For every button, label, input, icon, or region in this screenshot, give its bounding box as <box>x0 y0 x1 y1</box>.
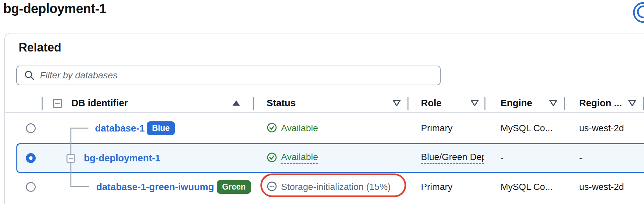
filter-dropdown-icon[interactable] <box>628 99 637 107</box>
row-radio-database-1[interactable] <box>26 123 36 133</box>
db-link-bg-deployment-1[interactable]: bg-deployment-1 <box>84 153 161 163</box>
column-divider <box>407 97 408 110</box>
tree-connector <box>70 173 71 187</box>
minus-icon <box>69 158 73 159</box>
status-cell: Storage-initialization (15%) <box>267 181 391 193</box>
tree-connector <box>70 143 71 154</box>
status-text: Available <box>281 123 318 133</box>
column-header-region[interactable]: Region ... <box>579 98 622 109</box>
radio-dot <box>29 156 33 160</box>
status-cell: Available <box>267 152 318 164</box>
refresh-icon <box>631 22 644 27</box>
engine-cell: - <box>501 153 503 163</box>
filter-databases-input[interactable] <box>40 67 426 84</box>
engine-cell: MySQL Co... <box>501 123 553 133</box>
status-in-progress-icon <box>267 181 277 193</box>
column-divider <box>253 97 254 110</box>
tree-connector <box>70 186 89 187</box>
status-cell: Available <box>267 122 318 134</box>
tree-connector <box>70 128 88 129</box>
engine-cell: MySQL Co... <box>501 182 553 192</box>
region-cell: us-west-2d <box>579 123 624 133</box>
status-available-icon <box>267 152 277 164</box>
region-cell: us-west-2d <box>579 182 624 192</box>
minus-icon <box>55 103 60 104</box>
filter-dropdown-icon[interactable] <box>392 99 401 107</box>
collapse-all-toggle[interactable] <box>53 99 62 108</box>
tree-connector <box>70 128 71 143</box>
refresh-button[interactable] <box>631 1 644 26</box>
column-divider <box>484 97 485 110</box>
status-available-icon <box>267 122 277 134</box>
filter-databases-box[interactable] <box>16 66 441 85</box>
column-divider <box>42 97 43 110</box>
role-popover-trigger[interactable]: Blue/Green Dep <box>421 152 484 164</box>
row-radio-database-1-green[interactable] <box>26 182 36 192</box>
status-text: Storage-initialization (15%) <box>281 182 391 192</box>
column-header-db-identifier[interactable]: DB identifier <box>71 98 128 109</box>
filter-dropdown-icon[interactable] <box>470 99 479 107</box>
panel-heading: Related <box>19 41 61 54</box>
sort-asc-icon[interactable] <box>232 99 240 107</box>
status-text-popover-trigger[interactable]: Available <box>281 152 318 164</box>
db-link-database-1-green[interactable]: database-1-green-iwuumg <box>96 182 214 192</box>
filter-dropdown-icon[interactable] <box>549 99 558 107</box>
column-header-engine[interactable]: Engine <box>501 98 532 109</box>
related-databases-table: DB identifier Status Role Engine Region … <box>0 93 644 204</box>
search-icon <box>24 70 35 81</box>
badge-green: Green <box>217 180 251 194</box>
role-cell: Primary <box>421 182 452 192</box>
table-row-selected[interactable]: bg-deployment-1 Available Blue/Green Dep… <box>0 143 644 173</box>
region-cell: - <box>579 153 582 163</box>
column-divider <box>643 97 644 110</box>
row-radio-bg-deployment-1[interactable] <box>26 153 36 163</box>
column-divider <box>564 97 565 110</box>
column-header-status[interactable]: Status <box>267 98 296 109</box>
table-row[interactable]: database-1 Blue Available Primary MySQL … <box>0 113 644 143</box>
table-header-row: DB identifier Status Role Engine Region … <box>5 93 644 113</box>
badge-blue: Blue <box>147 121 175 135</box>
page-title: bg-deployment-1 <box>3 1 106 16</box>
column-header-role[interactable]: Role <box>421 98 442 109</box>
tree-connector <box>70 162 71 173</box>
row-expand-toggle[interactable] <box>66 154 75 163</box>
db-link-database-1[interactable]: database-1 <box>95 123 145 133</box>
table-row[interactable]: database-1-green-iwuumg Green Storage-in… <box>0 173 644 201</box>
role-cell: Primary <box>421 123 452 133</box>
